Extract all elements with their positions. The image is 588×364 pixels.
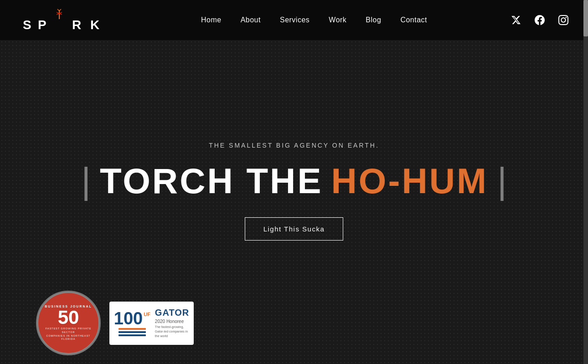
nav-item-work[interactable]: Work <box>321 16 354 24</box>
hero-headline-white: TORCH THE <box>100 163 323 199</box>
svg-text:K: K <box>90 18 105 32</box>
hero-cta: Light This Sucka <box>245 217 344 241</box>
cta-button[interactable]: Light This Sucka <box>245 217 344 241</box>
hero-headline-orange: HO-HUM <box>331 163 488 199</box>
bracket-left-icon: | <box>81 163 91 199</box>
gator-subtitle: The fastest-growing, Gator-led companies… <box>155 325 189 338</box>
hero-content: THE SMALLEST BIG AGENCY ON EARTH. | TORC… <box>81 142 507 241</box>
nav-item-blog[interactable]: Blog <box>358 16 388 24</box>
gator-uf-label: UF <box>144 312 150 317</box>
navbar: S P R K Home About Services Work Blog Co… <box>0 0 588 40</box>
nav-item-about[interactable]: About <box>233 16 268 24</box>
nav-item-services[interactable]: Services <box>273 16 317 24</box>
svg-text:P: P <box>38 18 52 32</box>
nav-link-work[interactable]: Work <box>321 12 354 27</box>
hero-subtitle: THE SMALLEST BIG AGENCY ON EARTH. <box>209 142 379 149</box>
facebook-icon[interactable] <box>533 14 546 26</box>
nav-link-blog[interactable]: Blog <box>358 12 388 27</box>
svg-text:S: S <box>23 18 37 32</box>
nav-link-services[interactable]: Services <box>273 12 317 27</box>
twitter-icon[interactable] <box>510 14 522 26</box>
instagram-icon[interactable] <box>557 14 570 26</box>
gator-number: 100 <box>114 310 143 327</box>
hero-headline-row: | TORCH THE HO-HUM | <box>81 163 507 199</box>
badge-outer-ring <box>36 291 101 355</box>
gator-year: 2020 Honoree <box>155 319 189 324</box>
logo[interactable]: S P R K <box>18 5 119 35</box>
bracket-right-icon: | <box>497 163 507 199</box>
gator-bar-blue2 <box>119 334 146 336</box>
nav-link-contact[interactable]: Contact <box>393 12 434 27</box>
nav-links: Home About Services Work Blog Contact <box>194 16 434 24</box>
nav-item-contact[interactable]: Contact <box>393 16 434 24</box>
scrollbar[interactable] <box>583 0 588 364</box>
gator-brand: GATOR <box>155 308 189 318</box>
hero-headline: TORCH THE HO-HUM <box>100 163 488 199</box>
hero-section: THE SMALLEST BIG AGENCY ON EARTH. | TORC… <box>0 0 588 364</box>
gator-bar-blue <box>119 331 146 333</box>
social-icons <box>510 14 570 26</box>
nav-item-home[interactable]: Home <box>194 16 229 24</box>
business-journal-badge: BUSINESS JOURNAL 50 FASTEST GROWING PRIV… <box>36 291 100 355</box>
nav-link-home[interactable]: Home <box>194 12 229 27</box>
gator-badge: 100 UF GATOR 2020 Honoree The fastest-gr… <box>109 302 194 345</box>
scrollbar-thumb[interactable] <box>583 0 588 36</box>
svg-text:R: R <box>72 18 87 32</box>
hero-badges: BUSINESS JOURNAL 50 FASTEST GROWING PRIV… <box>36 291 194 355</box>
nav-link-about[interactable]: About <box>233 12 268 27</box>
gator-bar-orange <box>119 328 146 330</box>
